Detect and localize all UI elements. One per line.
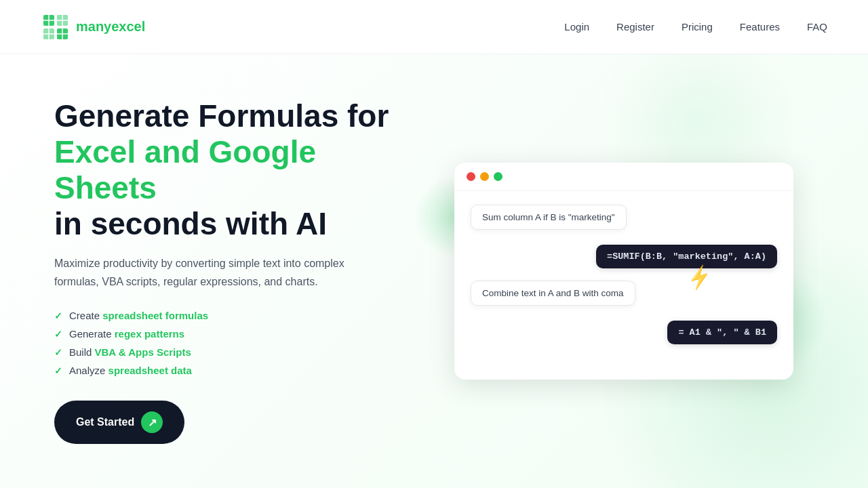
chat-row-2: =SUMIF(B:B, "marketing", A:A) bbox=[471, 245, 777, 268]
ai-bubble-1: =SUMIF(B:B, "marketing", A:A) bbox=[596, 245, 777, 268]
nav-login[interactable]: Login bbox=[564, 21, 589, 33]
cta-arrow-icon: ↗ bbox=[141, 411, 163, 433]
dot-green-window bbox=[494, 172, 502, 181]
feature-item-4: ✓ Analyze spreadsheet data bbox=[54, 365, 407, 376]
hero-section: Generate Formulas for Excel and Google S… bbox=[0, 54, 868, 488]
navbar: manyexcel Login Register Pricing Feature… bbox=[0, 0, 868, 54]
hero-right: Sum column A if B is "marketing" ⚡ =SUMI… bbox=[434, 163, 814, 380]
nav-features[interactable]: Features bbox=[740, 21, 780, 33]
logo-icon bbox=[41, 12, 71, 42]
demo-wrapper: Sum column A if B is "marketing" ⚡ =SUMI… bbox=[454, 163, 793, 380]
feature-link-1[interactable]: spreadsheet formulas bbox=[102, 310, 208, 321]
logo[interactable]: manyexcel bbox=[41, 12, 145, 42]
nav-links: Login Register Pricing Features FAQ bbox=[564, 21, 827, 33]
window-body: Sum column A if B is "marketing" ⚡ =SUMI… bbox=[454, 191, 793, 374]
feature-item-2: ✓ Generate regex patterns bbox=[54, 328, 407, 340]
check-icon-2: ✓ bbox=[54, 329, 62, 340]
check-icon-3: ✓ bbox=[54, 347, 62, 358]
dot-yellow bbox=[480, 172, 489, 181]
cta-label: Get Started bbox=[76, 416, 134, 428]
ai-bubble-2: = A1 & ", " & B1 bbox=[667, 321, 777, 344]
nav-pricing[interactable]: Pricing bbox=[682, 21, 713, 33]
chat-row-4: = A1 & ", " & B1 bbox=[471, 321, 777, 344]
window-titlebar bbox=[454, 163, 793, 191]
hero-heading: Generate Formulas for Excel and Google S… bbox=[54, 98, 407, 242]
check-icon-4: ✓ bbox=[54, 365, 62, 376]
hero-subtext: Maximize productivity by converting simp… bbox=[54, 255, 380, 291]
feature-list: ✓ Create spreadsheet formulas ✓ Generate… bbox=[54, 310, 407, 376]
demo-window: Sum column A if B is "marketing" ⚡ =SUMI… bbox=[454, 163, 793, 380]
chat-row-1: Sum column A if B is "marketing" bbox=[471, 205, 777, 242]
dot-red bbox=[467, 172, 475, 181]
logo-text: manyexcel bbox=[76, 19, 145, 35]
feature-link-3[interactable]: VBA & Apps Scripts bbox=[95, 346, 191, 358]
feature-item-1: ✓ Create spreadsheet formulas bbox=[54, 310, 407, 321]
nav-faq[interactable]: FAQ bbox=[807, 21, 827, 33]
feature-link-2[interactable]: regex patterns bbox=[115, 328, 184, 340]
get-started-button[interactable]: Get Started ↗ bbox=[54, 401, 184, 444]
user-bubble-1: Sum column A if B is "marketing" bbox=[471, 205, 627, 230]
user-bubble-2: Combine text in A and B with coma bbox=[471, 281, 635, 306]
hero-left: Generate Formulas for Excel and Google S… bbox=[54, 98, 434, 444]
feature-item-3: ✓ Build VBA & Apps Scripts bbox=[54, 346, 407, 358]
nav-register[interactable]: Register bbox=[616, 21, 654, 33]
feature-link-4[interactable]: spreadsheet data bbox=[108, 365, 192, 376]
check-icon-1: ✓ bbox=[54, 310, 62, 321]
chat-row-3: Combine text in A and B with coma bbox=[471, 281, 777, 318]
